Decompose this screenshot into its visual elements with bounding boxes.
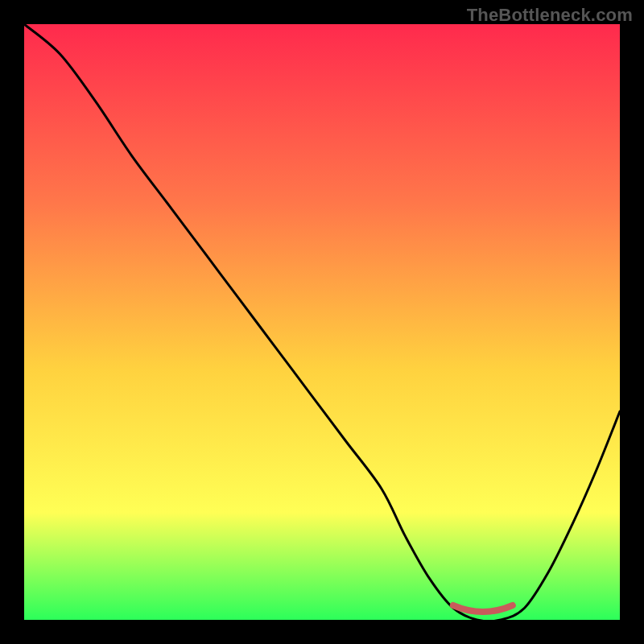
plot-area xyxy=(24,24,620,620)
chart-container: TheBottleneck.com xyxy=(0,0,644,644)
chart-svg xyxy=(24,24,620,620)
watermark-text: TheBottleneck.com xyxy=(467,5,633,26)
gradient-background xyxy=(24,24,620,620)
